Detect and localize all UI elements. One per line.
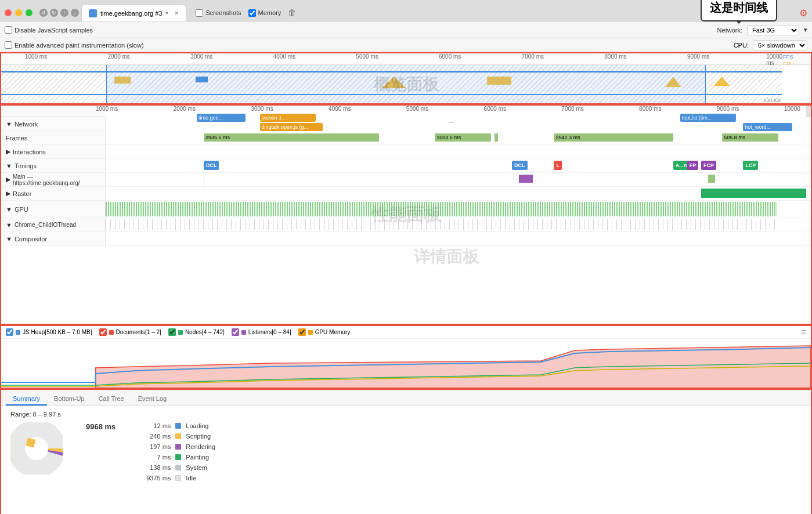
scrollbar-right[interactable] xyxy=(806,106,811,117)
fcp-badge: FCP xyxy=(701,161,716,170)
gpu-memory-checkbox[interactable] xyxy=(298,328,306,336)
active-tab[interactable]: time.geekbang.org #3 ▾ ✕ xyxy=(81,4,186,21)
disable-js-label[interactable]: Disable JavaScript samples xyxy=(5,26,93,34)
breakdown-idle: 9375 ms Idle xyxy=(139,475,215,482)
tab-close-icon[interactable]: ✕ xyxy=(174,10,179,16)
overview-panel: 1000 ms 2000 ms 3000 ms 4000 ms 5000 ms … xyxy=(0,52,812,104)
interactions-expand[interactable]: ▶ xyxy=(6,148,10,155)
tab-title: time.geekbang.org #3 xyxy=(100,10,162,17)
tab-event-log[interactable]: Event Log xyxy=(131,393,174,406)
main-track: ▶ Main — https://time.geekbang.org/ xyxy=(1,173,811,187)
download-button[interactable]: ↓ xyxy=(71,9,79,17)
main-vline1 xyxy=(204,173,204,186)
timings-expand[interactable]: ▼ xyxy=(6,162,12,169)
toolbar-checkboxes: Screenshots Memory 🗑 xyxy=(196,8,296,17)
childio-track: ▼ Chrome_ChildIOThread xyxy=(1,218,811,232)
nodes-legend[interactable]: Nodes[4 – 742] xyxy=(168,328,225,336)
nodes-text: Nodes[4 – 742] xyxy=(185,329,225,335)
scripting-color xyxy=(175,433,181,439)
listeners-legend[interactable]: Listeners[0 – 84] xyxy=(232,328,291,336)
annotation-text: 这是时间线 xyxy=(710,1,768,14)
tab-bottom-up[interactable]: Bottom-Up xyxy=(47,393,92,406)
screenshots-checkbox[interactable] xyxy=(196,9,203,17)
minimize-dot[interactable] xyxy=(15,9,22,16)
enable-paint-checkbox[interactable] xyxy=(5,41,12,49)
loading-ms: 12 ms xyxy=(139,422,171,429)
t8: 8000 ms xyxy=(604,53,626,60)
breakdown-painting: 7 ms Painting xyxy=(139,454,215,461)
docs-dot xyxy=(109,330,114,335)
tab-call-tree[interactable]: Call Tree xyxy=(92,393,131,406)
system-label: System xyxy=(186,464,207,471)
listeners-checkbox[interactable] xyxy=(232,328,239,336)
memory-checkbox-label[interactable]: Memory xyxy=(248,9,282,17)
scripting-ms: 240 ms xyxy=(139,433,171,440)
raster-block xyxy=(701,189,806,198)
gear-icon[interactable]: ⚙ xyxy=(799,8,807,19)
timings-label: ▼ Timings xyxy=(1,159,106,172)
screenshots-checkbox-label[interactable]: Screenshots xyxy=(196,9,241,17)
breakdown-scripting: 240 ms Scripting xyxy=(139,433,215,440)
annotation-bubble: 这是时间线 xyxy=(701,0,777,21)
interactions-content xyxy=(106,145,806,158)
listeners-dot xyxy=(241,330,246,335)
t3: 3000 ms xyxy=(190,53,212,60)
trash-icon[interactable]: 🗑 xyxy=(288,8,296,17)
window-controls xyxy=(5,9,33,16)
documents-legend[interactable]: Documents[1 – 2] xyxy=(99,328,161,336)
rendering-ms: 197 ms xyxy=(139,443,171,450)
network-track: ▼ Network time.gee... jweixin-1.... ding… xyxy=(1,117,811,131)
compositor-expand[interactable]: ▼ xyxy=(6,236,12,242)
memory-legend: JS Heap[500 KB – 7.0 MB] Documents[1 – 2… xyxy=(1,326,811,339)
frames-label: Frames xyxy=(1,131,106,144)
compositor-track: ▼ Compositor xyxy=(1,232,811,246)
network-expand[interactable]: ▼ xyxy=(6,121,12,128)
tab-dropdown-icon[interactable]: ▾ xyxy=(165,10,168,16)
gpu-memory-legend[interactable]: GPU Memory xyxy=(298,328,351,336)
memory-checkbox[interactable] xyxy=(248,9,256,17)
toolbar2: Enable advanced paint instrumentation (s… xyxy=(0,38,812,52)
tab-summary[interactable]: Summary xyxy=(6,393,47,406)
main-expand[interactable]: ▶ xyxy=(6,176,10,183)
gpu-memory-dot xyxy=(308,330,313,335)
frame-bar-3: 2542.3 ms xyxy=(554,133,673,142)
tab-favicon xyxy=(89,9,97,17)
documents-checkbox[interactable] xyxy=(99,328,107,336)
close-dot[interactable] xyxy=(5,9,12,16)
js-heap-legend[interactable]: JS Heap[500 KB – 7.0 MB] xyxy=(6,328,92,336)
total-time-wrap: 9968 ms xyxy=(86,422,116,431)
breakdown-rendering: 197 ms Rendering xyxy=(139,443,215,450)
gpu-text: GPU xyxy=(15,206,28,213)
js-heap-checkbox[interactable] xyxy=(6,328,13,336)
net-item-5: hot_word... xyxy=(743,123,792,131)
reload-button[interactable]: ↻ xyxy=(50,9,58,17)
network-select[interactable]: Fast 3G Slow 3G No throttling xyxy=(747,25,799,35)
memory-svg xyxy=(1,339,811,390)
disable-js-checkbox[interactable] xyxy=(5,26,12,34)
raster-expand[interactable]: ▶ xyxy=(6,190,10,197)
childio-expand[interactable]: ▼ xyxy=(6,222,12,229)
t1: 1000 ms xyxy=(25,53,47,60)
cpu-select[interactable]: 6× slowdown 4× slowdown No throttling xyxy=(753,40,807,50)
pie-chart xyxy=(10,422,63,475)
js-heap-dot xyxy=(16,330,20,335)
back-button[interactable]: ↺ xyxy=(39,9,48,17)
childio-text: Chrome_ChildIOThread xyxy=(15,222,76,228)
idle-ms: 9375 ms xyxy=(139,475,171,482)
nodes-checkbox[interactable] xyxy=(168,328,176,336)
overview-bars[interactable]: 500 KB 概览面板 xyxy=(1,65,811,104)
maximize-dot[interactable] xyxy=(26,9,33,16)
memory-menu-icon[interactable]: ☰ xyxy=(801,329,806,335)
nav-button[interactable]: ↑ xyxy=(60,9,68,17)
raster-track: ▶ Raster xyxy=(1,187,811,201)
gpu-expand[interactable]: ▼ xyxy=(6,206,12,213)
memory-panel: JS Heap[500 KB – 7.0 MB] Documents[1 – 2… xyxy=(0,325,812,389)
selection-overlay[interactable] xyxy=(106,65,705,104)
enable-paint-label[interactable]: Enable advanced paint instrumentation (s… xyxy=(5,41,144,49)
t5: 5000 ms xyxy=(356,53,378,60)
main-text: Main — https://time.geekbang.org/ xyxy=(13,173,100,186)
system-ms: 138 ms xyxy=(139,464,171,471)
compositor-label: ▼ Compositor xyxy=(1,232,106,245)
cpu-label-wrap: CPU: 6× slowdown 4× slowdown No throttli… xyxy=(734,40,807,50)
cpu-text: CPU: xyxy=(734,42,749,49)
